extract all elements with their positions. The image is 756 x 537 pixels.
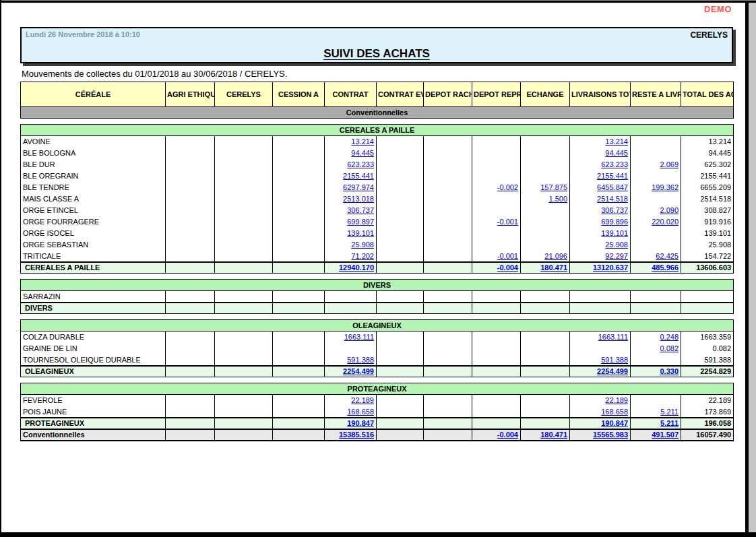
total-achats-value: 13.214: [681, 136, 734, 148]
value-link[interactable]: 491.507: [652, 431, 679, 439]
table-row: BLE BOLOGNA94.44594.44594.445: [21, 148, 734, 159]
empty-cell: [472, 331, 521, 343]
value-link[interactable]: 2.090: [660, 206, 679, 214]
report-datetime: Lundi 26 Novembre 2018 à 10:10: [26, 30, 140, 38]
value-link[interactable]: 12940.170: [339, 263, 374, 272]
value-link[interactable]: 199.362: [652, 183, 679, 191]
value-link[interactable]: -0.004: [497, 263, 518, 272]
value-link[interactable]: 180.471: [540, 263, 567, 272]
empty-cell: [377, 303, 424, 314]
value-link[interactable]: 190.847: [601, 419, 628, 427]
value-link[interactable]: 94.445: [351, 149, 374, 157]
value-link[interactable]: 306.737: [347, 206, 374, 214]
empty-cell: [631, 148, 681, 159]
value-link[interactable]: 2.069: [660, 160, 679, 168]
value-link[interactable]: 6455.847: [597, 183, 628, 191]
empty-cell: [424, 205, 472, 216]
value-link[interactable]: 6297.974: [343, 183, 374, 191]
empty-cell: [472, 136, 521, 148]
empty-cell: [472, 354, 521, 366]
empty-cell: [215, 148, 273, 159]
value-link[interactable]: 591.388: [347, 356, 374, 364]
value-link[interactable]: 1663.111: [344, 333, 374, 341]
value-link[interactable]: 13.214: [605, 137, 628, 146]
empty-cell: [631, 239, 681, 251]
value-link[interactable]: 180.471: [540, 431, 567, 439]
value-link[interactable]: 2254.499: [343, 367, 374, 375]
value-link[interactable]: 2155.441: [343, 172, 374, 180]
value-link[interactable]: 699.896: [601, 218, 628, 226]
empty-cell: [424, 216, 472, 228]
value-link[interactable]: 2513.018: [343, 195, 374, 203]
value-link[interactable]: 0.248: [660, 333, 679, 341]
value-link[interactable]: 21.096: [544, 252, 567, 260]
empty-cell: [273, 136, 325, 148]
empty-cell: [215, 136, 273, 148]
table-row: COLZA DURABLE1663.1111663.1110.2481663.3…: [21, 331, 734, 343]
value-link[interactable]: -0.004: [497, 431, 518, 439]
value-link[interactable]: 306.737: [601, 206, 628, 214]
value-link[interactable]: -0.001: [497, 218, 518, 226]
total-achats-value: 625.302: [681, 159, 734, 170]
value-link[interactable]: 699.897: [347, 218, 374, 226]
empty-cell: [273, 366, 325, 377]
empty-cell: [377, 395, 424, 406]
column-header-contrat: CONTRAT: [325, 82, 377, 107]
value-link[interactable]: 22.189: [605, 396, 628, 404]
empty-cell: [424, 193, 472, 205]
cereal-name: GRAINE DE LIN: [21, 343, 166, 354]
value-link[interactable]: 168.658: [347, 408, 374, 416]
cereal-name: ORGE ISOCEL: [21, 228, 166, 239]
empty-cell: [166, 136, 215, 148]
empty-cell: [215, 418, 273, 429]
value-link[interactable]: 71.202: [351, 252, 374, 260]
value-link[interactable]: -0.001: [497, 252, 518, 260]
value-link[interactable]: 13.214: [351, 137, 374, 146]
empty-cell: [631, 291, 681, 303]
value-link[interactable]: 15385.516: [339, 431, 374, 439]
value-link[interactable]: 190.847: [347, 419, 374, 427]
empty-cell: [472, 366, 521, 377]
value-link[interactable]: 92.297: [605, 252, 628, 260]
total-achats-value: 308.827: [681, 205, 734, 216]
empty-cell: [377, 418, 424, 429]
value-link[interactable]: 168.658: [601, 408, 628, 416]
empty-cell: [472, 148, 521, 159]
table-row: BLE OREGRAIN2155.4412155.4412155.441: [21, 170, 734, 182]
empty-cell: [424, 291, 472, 303]
value-link[interactable]: 220.020: [652, 218, 679, 226]
value-link[interactable]: 13120.637: [593, 263, 628, 272]
value-link[interactable]: 2514.518: [597, 195, 628, 203]
value-link[interactable]: 25.908: [605, 241, 628, 249]
empty-cell: [521, 343, 570, 354]
empty-cell: [273, 251, 325, 262]
value-link[interactable]: 0.082: [660, 344, 679, 352]
value-link[interactable]: 0.330: [660, 367, 679, 375]
value-link[interactable]: -0.002: [497, 183, 518, 191]
column-header-cerelys: CERELYS: [215, 82, 273, 107]
value-link[interactable]: 139.101: [601, 229, 628, 237]
report-page: Lundi 26 Novembre 2018 à 10:10 CERELYS S…: [20, 27, 733, 441]
value-link[interactable]: 5.211: [660, 408, 679, 416]
value-link[interactable]: 5.211: [660, 419, 679, 427]
value-link[interactable]: 2254.499: [597, 367, 628, 375]
window-right-gutter: [749, 3, 756, 532]
value-link[interactable]: 1663.111: [598, 333, 628, 341]
value-link[interactable]: 94.445: [605, 149, 628, 157]
empty-cell: [273, 343, 325, 354]
value-link[interactable]: 157.875: [540, 183, 567, 191]
value-link[interactable]: 62.425: [656, 252, 679, 260]
value-link[interactable]: 15565.983: [593, 431, 628, 439]
value-link[interactable]: 25.908: [351, 241, 374, 249]
value-link[interactable]: 22.189: [351, 396, 374, 404]
empty-cell: [377, 354, 424, 366]
value-link[interactable]: 623.233: [347, 160, 374, 168]
table-row: ORGE SEBASTIAN25.90825.90825.908: [21, 239, 734, 251]
value-link[interactable]: 623.233: [601, 160, 628, 168]
value-link[interactable]: 2155.441: [597, 172, 628, 180]
empty-cell: [215, 429, 273, 441]
value-link[interactable]: 139.101: [347, 229, 374, 237]
value-link[interactable]: 485.966: [652, 263, 679, 272]
value-link[interactable]: 1.500: [548, 195, 567, 203]
value-link[interactable]: 591.388: [601, 356, 628, 364]
